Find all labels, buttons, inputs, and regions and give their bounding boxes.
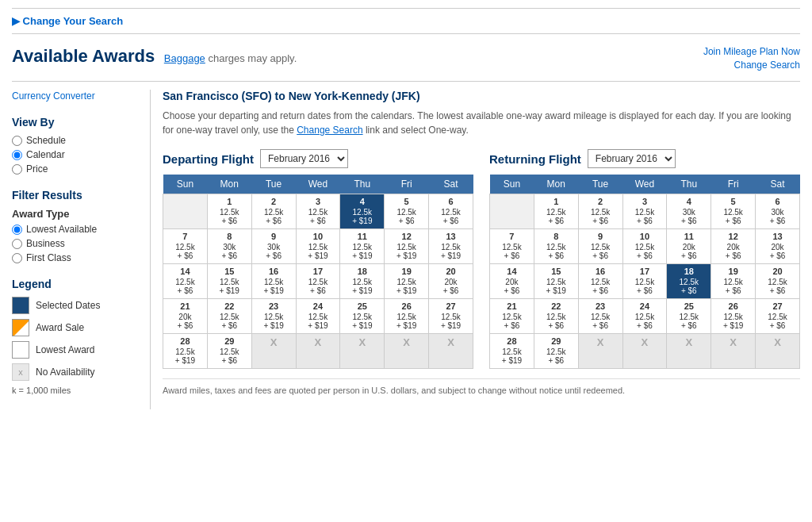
calendar-cell[interactable]: 2812.5k+ $19 [490, 334, 534, 369]
calendar-cell[interactable]: 612.5k+ $6 [429, 194, 473, 229]
calendar-cell[interactable]: 112.5k+ $6 [534, 194, 578, 229]
calendar-cell[interactable]: 1712.5k+ $6 [296, 264, 340, 299]
view-by-price[interactable]: Price [12, 163, 138, 175]
calendar-cell[interactable]: 1712.5k+ $6 [622, 264, 667, 299]
award-business[interactable]: Business [12, 238, 138, 249]
calendar-cell[interactable]: 2020k+ $6 [429, 264, 473, 299]
calendar-cell[interactable]: 2212.5k+ $6 [207, 299, 251, 334]
award-first-class[interactable]: First Class [12, 252, 138, 263]
calendar-cell[interactable]: 1012.5k+ $19 [296, 229, 340, 264]
calendar-cell[interactable]: 1212.5k+ $19 [385, 229, 429, 264]
calendar-cell[interactable]: 2812.5k+ $19 [163, 334, 208, 369]
calendar-cell[interactable]: 830k+ $6 [207, 229, 251, 264]
calendar-cell[interactable]: 1912.5k+ $19 [385, 264, 429, 299]
calendar-cell[interactable]: 2112.5k+ $6 [490, 299, 534, 334]
calendar-cell[interactable]: 2912.5k+ $6 [207, 334, 251, 369]
table-row: 2112.5k+ $62212.5k+ $62312.5k+ $62412.5k… [490, 299, 800, 334]
day-fee: + $19 [342, 321, 382, 330]
calendar-cell[interactable]: 2412.5k+ $6 [622, 299, 667, 334]
day-miles: 12.5k [342, 243, 382, 251]
calendar-cell[interactable]: 2312.5k+ $19 [251, 299, 296, 334]
calendar-cell[interactable]: 2412.5k+ $19 [296, 299, 340, 334]
schedule-radio[interactable] [12, 136, 22, 146]
calendar-cell[interactable]: 2212.5k+ $6 [534, 299, 578, 334]
day-number: 3 [625, 197, 665, 206]
calendar-cell[interactable]: 1112.5k+ $19 [340, 229, 385, 264]
route-info: San Francisco (SFO) to New York-Kennedy … [163, 90, 800, 102]
departing-month-select[interactable]: February 2016 [260, 149, 348, 168]
calendar-cell[interactable]: 2712.5k+ $19 [429, 299, 473, 334]
calendar-cell[interactable]: 2512.5k+ $19 [340, 299, 385, 334]
calendar-cell[interactable]: 2120k+ $6 [163, 299, 208, 334]
calendar-cell[interactable]: 1420k+ $6 [490, 264, 534, 299]
calendar-cell[interactable]: 312.5k+ $6 [296, 194, 340, 229]
dep-th-wed: Wed [296, 175, 340, 194]
calendar-cell[interactable]: 1812.5k+ $19 [340, 264, 385, 299]
view-by-schedule[interactable]: Schedule [12, 135, 138, 146]
calendar-cell[interactable]: 2012.5k+ $6 [756, 264, 800, 299]
calendar-cell[interactable]: 1412.5k+ $6 [163, 264, 208, 299]
calendar-cell[interactable]: 1120k+ $6 [667, 229, 711, 264]
day-fee: + $6 [165, 286, 205, 295]
calendar-cell[interactable]: 1912.5k+ $6 [711, 264, 756, 299]
calendar-cell[interactable]: 430k+ $6 [667, 194, 711, 229]
calendar-cell[interactable]: 630k+ $6 [756, 194, 800, 229]
baggage-link[interactable]: Baggage [164, 52, 205, 64]
calendar-cell[interactable]: 212.5k+ $6 [251, 194, 296, 229]
lowest-available-radio[interactable] [12, 225, 22, 235]
calendar-cell[interactable]: 2712.5k+ $6 [756, 299, 800, 334]
calendar-cell[interactable]: 712.5k+ $6 [490, 229, 534, 264]
calendar-radio[interactable] [12, 150, 22, 160]
day-number: 28 [165, 336, 205, 346]
calendar-cell[interactable]: 1012.5k+ $6 [622, 229, 667, 264]
day-fee: + $6 [492, 251, 532, 260]
day-fee: + $6 [209, 321, 250, 330]
currency-converter-link[interactable]: Currency Converter [12, 90, 95, 102]
price-radio[interactable] [12, 164, 22, 175]
calendar-cell[interactable]: 1612.5k+ $6 [578, 264, 622, 299]
calendar-cell[interactable]: 1312.5k+ $19 [429, 229, 473, 264]
change-your-search-link[interactable]: ▶ Change Your Search [12, 15, 123, 27]
calendar-cell[interactable]: 512.5k+ $6 [711, 194, 756, 229]
instructions-change-search-link[interactable]: Change Search [297, 125, 362, 136]
day-fee: + $19 [165, 356, 205, 365]
calendar-cell[interactable]: 2912.5k+ $6 [534, 334, 578, 369]
returning-month-select[interactable]: February 2016 [588, 149, 676, 168]
business-radio[interactable] [12, 239, 22, 249]
first-class-radio[interactable] [12, 253, 22, 263]
calendar-cell[interactable]: 312.5k+ $6 [622, 194, 667, 229]
calendar-cell[interactable]: 1220k+ $6 [711, 229, 756, 264]
calendar-cell[interactable]: 412.5k+ $19 [340, 194, 385, 229]
day-fee: + $6 [625, 321, 665, 330]
calendar-cell[interactable]: 1320k+ $6 [756, 229, 800, 264]
award-sale-box [12, 319, 29, 336]
calendar-cell[interactable]: 930k+ $6 [251, 229, 296, 264]
day-number: 25 [342, 301, 382, 311]
day-miles: 12.5k [209, 278, 250, 286]
no-avail-marker: X [270, 336, 278, 348]
calendar-cell[interactable]: 1512.5k+ $19 [207, 264, 251, 299]
calendar-cell[interactable]: 112.5k+ $6 [207, 194, 251, 229]
day-fee: + $19 [298, 321, 339, 330]
no-avail-marker: X [642, 336, 649, 348]
calendar-cell[interactable]: 712.5k+ $6 [163, 229, 208, 264]
day-fee: + $19 [492, 356, 532, 365]
view-by-calendar[interactable]: Calendar [12, 149, 138, 160]
day-miles: 12.5k [431, 313, 471, 321]
award-lowest-available[interactable]: Lowest Available [12, 224, 138, 235]
day-fee: + $6 [625, 217, 665, 225]
calendar-cell[interactable]: 1612.5k+ $19 [251, 264, 296, 299]
calendar-cell[interactable]: 512.5k+ $6 [385, 194, 429, 229]
calendar-cell[interactable]: 1812.5k+ $6 [667, 264, 711, 299]
calendar-cell[interactable]: 2312.5k+ $6 [578, 299, 622, 334]
calendar-cell[interactable]: 912.5k+ $6 [578, 229, 622, 264]
join-mileage-plan-link[interactable]: Join Mileage Plan Now [703, 46, 800, 57]
day-number: 24 [298, 301, 339, 311]
calendar-cell[interactable]: 212.5k+ $6 [578, 194, 622, 229]
calendar-cell[interactable]: 2612.5k+ $19 [385, 299, 429, 334]
calendar-cell[interactable]: 2612.5k+ $19 [711, 299, 756, 334]
calendar-cell[interactable]: 812.5k+ $6 [534, 229, 578, 264]
calendar-cell[interactable]: 1512.5k+ $19 [534, 264, 578, 299]
calendar-cell[interactable]: 2512.5k+ $6 [667, 299, 711, 334]
change-search-link[interactable]: Change Search [703, 59, 800, 71]
